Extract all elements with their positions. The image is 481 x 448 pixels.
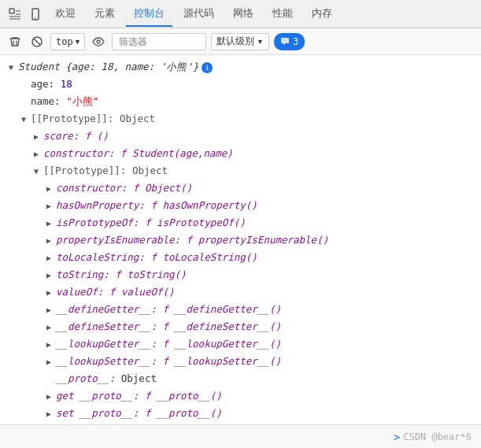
get-proto-prop[interactable]: get __proto__: f __proto__() xyxy=(0,387,481,405)
list-item[interactable]: hasOwnProperty: f hasOwnProperty() xyxy=(0,197,481,214)
tab-network[interactable]: 网络 xyxy=(225,2,261,27)
console-output: Student {age: 18, name: '小熊'} i age: 18 … xyxy=(0,55,481,424)
svg-point-5 xyxy=(97,40,100,43)
tab-welcome[interactable]: 欢迎 xyxy=(47,2,83,27)
level-chevron-icon: ▼ xyxy=(257,38,264,46)
message-count-badge[interactable]: 3 xyxy=(274,33,305,50)
list-item[interactable]: isPrototypeOf: f isPrototypeOf() xyxy=(0,214,481,231)
proto2-toggle[interactable] xyxy=(31,167,41,176)
proto1-toggle[interactable] xyxy=(19,115,28,124)
constructor1-toggle[interactable] xyxy=(31,150,41,159)
list-item[interactable]: toString: f toString() xyxy=(0,266,481,283)
list-item[interactable]: constructor: f Object() xyxy=(0,180,481,197)
prototype1[interactable]: [[Prototype]]: Object xyxy=(0,110,481,128)
level-value: 默认级别 xyxy=(216,35,254,48)
eye-icon[interactable] xyxy=(90,33,107,50)
name-prop[interactable]: name: "小熊" xyxy=(0,93,481,110)
list-item[interactable]: __defineGetter__: f __defineGetter__() xyxy=(0,301,481,318)
watermark: CSDN @bear*6 xyxy=(403,431,472,442)
message-icon xyxy=(280,37,290,46)
tab-elements[interactable]: 元素 xyxy=(87,2,123,27)
inspect-icon[interactable] xyxy=(6,6,24,23)
filter-input[interactable] xyxy=(112,33,206,50)
context-value: top xyxy=(56,36,73,47)
message-count: 3 xyxy=(293,36,298,47)
prompt-icon[interactable]: > xyxy=(394,431,400,443)
list-item[interactable]: valueOf: f valueOf() xyxy=(0,283,481,301)
age-prop[interactable]: age: 18 xyxy=(0,76,481,93)
prototype2[interactable]: [[Prototype]]: Object xyxy=(0,162,481,180)
tab-performance[interactable]: 性能 xyxy=(265,2,301,27)
student-root[interactable]: Student {age: 18, name: '小熊'} i xyxy=(0,58,481,76)
score-prop[interactable]: score: f () xyxy=(0,128,481,145)
context-selector[interactable]: top ▼ xyxy=(50,33,85,50)
list-item[interactable]: __lookupGetter__: f __lookupGetter__() xyxy=(0,335,481,353)
mobile-icon[interactable] xyxy=(27,6,44,23)
list-item[interactable]: toLocaleString: f toLocaleString() xyxy=(0,249,481,266)
block-icon[interactable] xyxy=(28,33,46,50)
tab-memory[interactable]: 内存 xyxy=(304,2,340,27)
svg-point-2 xyxy=(35,17,36,19)
svg-rect-0 xyxy=(9,9,14,13)
top-nav: 欢迎 元素 控制台 源代码 网络 性能 内存 xyxy=(0,0,481,28)
set-proto-prop[interactable]: set __proto__: f __proto__() xyxy=(0,405,481,422)
tab-sources[interactable]: 源代码 xyxy=(176,2,222,27)
list-item[interactable]: __lookupSetter__: f __lookupSetter__() xyxy=(0,353,481,370)
list-item[interactable]: __defineSetter__: f __defineSetter__() xyxy=(0,318,481,335)
proto-prop[interactable]: __proto__: Object xyxy=(0,370,481,387)
clear-icon[interactable] xyxy=(6,33,24,50)
constructor1-prop[interactable]: constructor: f Student(age,name) xyxy=(0,145,481,162)
info-icon[interactable]: i xyxy=(202,62,213,73)
toolbar: top ▼ 默认级别 ▼ 3 xyxy=(0,28,481,55)
student-toggle[interactable] xyxy=(6,63,16,72)
chevron-down-icon: ▼ xyxy=(76,38,80,46)
tab-console[interactable]: 控制台 xyxy=(126,2,172,27)
score-toggle[interactable] xyxy=(31,132,41,142)
level-selector[interactable]: 默认级别 ▼ xyxy=(211,33,269,50)
list-item[interactable]: propertyIsEnumerable: f propertyIsEnumer… xyxy=(0,231,481,249)
svg-line-4 xyxy=(34,38,41,45)
bottom-bar: > CSDN @bear*6 xyxy=(0,424,481,448)
